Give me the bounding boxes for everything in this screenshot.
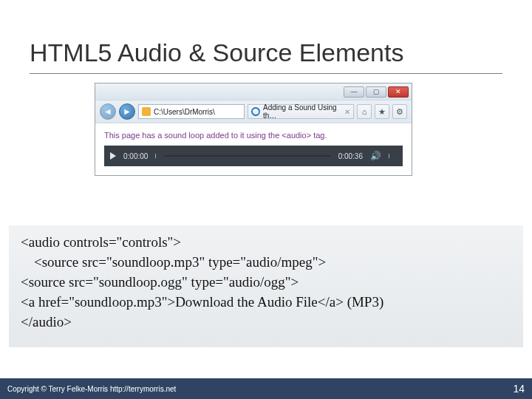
browser-tab[interactable]: Adding a Sound Using th… ✕ [248, 104, 354, 119]
volume-icon[interactable]: 🔊 [370, 151, 381, 160]
back-button[interactable]: ◄ [100, 103, 116, 120]
progress-track[interactable] [163, 155, 330, 157]
forward-button[interactable]: ► [119, 103, 135, 120]
audio-player[interactable]: 0:00:00 0:00:36 🔊 [104, 146, 403, 166]
page-number: 14 [513, 383, 525, 395]
title-underline [30, 73, 502, 74]
play-icon[interactable] [110, 152, 116, 160]
code-line-3: <source src="soundloop.ogg" type="audio/… [21, 274, 511, 290]
slide-footer: Copyright © Terry Felke-Morris http://te… [0, 378, 532, 399]
maximize-icon[interactable]: ▢ [366, 86, 386, 98]
tab-label: Adding a Sound Using th… [263, 103, 341, 120]
browser-window: — ▢ ✕ ◄ ► C:\Users\DrMorris\ Adding a So… [95, 83, 412, 176]
slide-title: HTML5 Audio & Source Elements [0, 0, 532, 73]
ie-icon [250, 106, 261, 117]
code-line-4: <a href="soundloop.mp3">Download the Aud… [21, 294, 511, 310]
minimize-icon[interactable]: — [344, 86, 364, 98]
tab-close-icon[interactable]: ✕ [344, 108, 350, 116]
total-time: 0:00:36 [338, 152, 363, 160]
close-icon[interactable]: ✕ [388, 86, 409, 98]
code-block: <audio controls="controls"> <source src=… [9, 225, 523, 347]
address-text: C:\Users\DrMorris\ [154, 108, 215, 116]
window-titlebar: — ▢ ✕ [95, 83, 412, 100]
copyright-text: Copyright © Terry Felke-Morris http://te… [7, 385, 176, 393]
folder-icon [142, 107, 151, 116]
page-text: This page has a sound loop added to it u… [104, 131, 403, 140]
page-body: This page has a sound loop added to it u… [95, 123, 412, 175]
gear-icon[interactable]: ⚙ [392, 104, 407, 119]
home-icon[interactable]: ⌂ [357, 104, 372, 119]
code-line-5: </audio> [21, 314, 511, 330]
code-line-2: <source src="soundloop.mp3" type="audio/… [21, 254, 511, 270]
favorites-icon[interactable]: ★ [375, 104, 389, 119]
progress-handle-start [155, 154, 156, 158]
volume-handle [389, 154, 389, 158]
elapsed-time: 0:00:00 [123, 152, 148, 160]
code-line-1: <audio controls="controls"> [21, 234, 511, 250]
address-bar[interactable]: C:\Users\DrMorris\ [138, 104, 245, 119]
browser-navbar: ◄ ► C:\Users\DrMorris\ Adding a Sound Us… [95, 100, 412, 123]
